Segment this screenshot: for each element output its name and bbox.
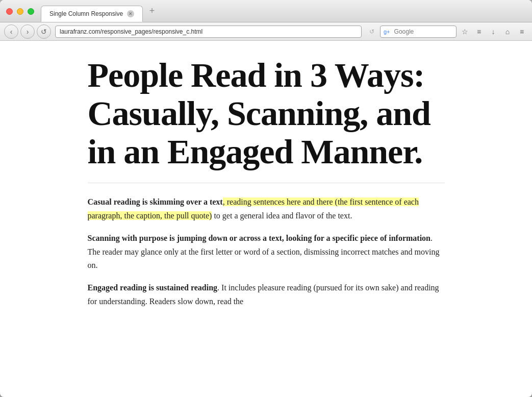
minimize-button[interactable] xyxy=(17,8,23,15)
new-tab-button[interactable]: + xyxy=(145,4,159,18)
nav-right-icons: ☆ ≡ ↓ ⌂ ≡ xyxy=(459,26,528,38)
refresh-icon: ↺ xyxy=(41,28,47,36)
search-bar[interactable]: g+ xyxy=(380,26,457,38)
title-bar: Single Column Responsive ✕ + xyxy=(0,0,532,22)
active-tab[interactable]: Single Column Responsive ✕ xyxy=(41,6,143,22)
tab-title: Single Column Responsive xyxy=(49,10,123,17)
hero-title: People Read in 3 Ways: Casually, Scannin… xyxy=(88,56,445,183)
google-search-icon: g+ xyxy=(384,29,390,35)
casual-bold: Casual reading is skimming over a text xyxy=(88,197,223,206)
reader-icon[interactable]: ≡ xyxy=(473,26,485,38)
close-button[interactable] xyxy=(6,8,13,15)
engaged-bold: Engaged reading is sustained reading xyxy=(88,283,218,292)
home-icon[interactable]: ⌂ xyxy=(501,26,514,38)
bookmark-icon[interactable]: ☆ xyxy=(459,26,471,38)
maximize-button[interactable] xyxy=(28,8,34,15)
engaged-paragraph: Engaged reading is sustained reading. It… xyxy=(88,281,445,308)
forward-button[interactable]: › xyxy=(20,24,35,39)
casual-normal: to get a general idea and flavor of the … xyxy=(212,211,352,220)
scanning-paragraph: Scanning with purpose is jumping down or… xyxy=(88,232,445,272)
refresh-button[interactable]: ↺ xyxy=(37,24,51,39)
back-button[interactable]: ‹ xyxy=(4,24,18,39)
forward-icon: › xyxy=(27,28,29,36)
content-area[interactable]: People Read in 3 Ways: Casually, Scannin… xyxy=(0,41,532,397)
search-input[interactable] xyxy=(394,28,453,35)
casual-paragraph: Casual reading is skimming over a text, … xyxy=(88,195,445,222)
back-icon: ‹ xyxy=(10,28,13,36)
tab-close-icon[interactable]: ✕ xyxy=(127,10,134,17)
refresh-small-icon[interactable]: ↺ xyxy=(366,26,378,38)
address-bar[interactable] xyxy=(55,26,362,38)
nav-bar: ‹ › ↺ ↺ g+ ☆ ≡ ↓ ⌂ ≡ xyxy=(0,22,532,41)
window-controls xyxy=(0,0,40,22)
page-content: People Read in 3 Ways: Casually, Scannin… xyxy=(67,41,465,338)
scanning-bold: Scanning with purpose is jumping down or… xyxy=(88,234,430,242)
menu-icon[interactable]: ≡ xyxy=(516,26,528,38)
body-content: Casual reading is skimming over a text, … xyxy=(88,195,445,308)
browser-window: Single Column Responsive ✕ + ‹ › ↺ ↺ g+ xyxy=(0,0,532,397)
download-icon[interactable]: ↓ xyxy=(487,26,499,38)
